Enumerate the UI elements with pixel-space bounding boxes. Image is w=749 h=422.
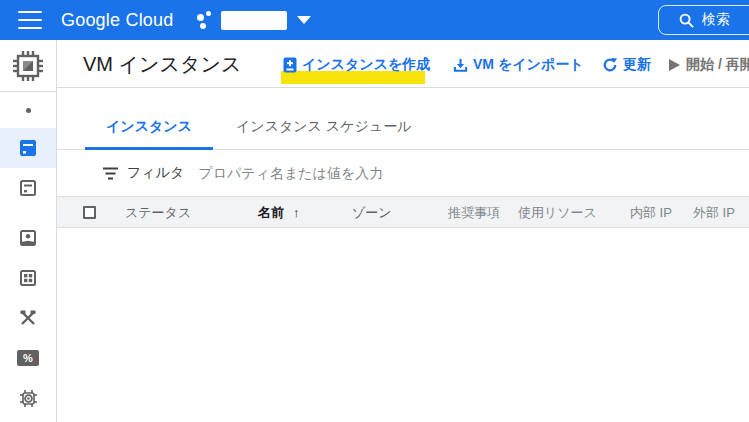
compute-engine-chip-icon — [12, 50, 44, 82]
filter-input[interactable] — [198, 165, 578, 181]
gcp-console-window: Google Cloud 検索 — [0, 0, 749, 422]
column-header-in-use-by[interactable]: 使用リソース — [518, 197, 597, 229]
start-resume-label: 開始 / 再開 — [686, 56, 749, 74]
chevron-down-icon[interactable] — [297, 16, 311, 24]
create-instance-button[interactable]: インスタンスを作成 — [283, 56, 430, 74]
sidebar: % — [0, 40, 57, 422]
tab-instance-schedules[interactable]: インスタンス スケジュール — [215, 118, 433, 150]
page-title: VM インスタンス — [83, 51, 241, 78]
sole-tenant-nodes-icon — [19, 309, 37, 327]
sidebar-item-instance-templates[interactable] — [0, 168, 56, 208]
tpu-icon — [19, 389, 38, 408]
column-header-external-ip[interactable]: 外部 IP — [693, 197, 735, 229]
machine-images-icon — [19, 269, 37, 287]
select-all-checkbox[interactable] — [83, 206, 96, 219]
import-vm-button[interactable]: VM をインポート — [453, 56, 584, 74]
table-body-empty — [57, 228, 749, 422]
tab-instances[interactable]: インスタンス — [85, 118, 213, 150]
refresh-label: 更新 — [623, 56, 651, 74]
start-resume-button[interactable]: 開始 / 再開 — [668, 56, 749, 74]
refresh-icon — [602, 57, 618, 73]
sidebar-item-machine-images[interactable] — [0, 258, 56, 298]
sidebar-item-committed-use-discounts[interactable]: % — [0, 338, 56, 378]
dot-icon — [26, 108, 31, 113]
column-header-zone[interactable]: ゾーン — [352, 197, 392, 229]
sort-ascending-icon: ↑ — [293, 205, 300, 220]
create-instance-label: インスタンスを作成 — [302, 56, 430, 74]
sidebar-item-vm-instances[interactable] — [0, 128, 56, 168]
tab-bar: インスタンス インスタンス スケジュール — [57, 88, 749, 150]
committed-use-discounts-icon: % — [17, 350, 39, 366]
project-selector-icon — [197, 10, 215, 30]
import-icon — [453, 58, 468, 73]
column-header-name[interactable]: 名前↑ — [258, 197, 300, 229]
menu-hamburger-icon[interactable] — [18, 11, 42, 29]
sidebar-item-overview[interactable] — [0, 92, 56, 128]
sidebar-item-tpus[interactable] — [0, 378, 56, 418]
project-name-redacted[interactable] — [221, 11, 287, 30]
top-app-bar: Google Cloud 検索 — [0, 0, 749, 40]
refresh-button[interactable]: 更新 — [602, 56, 651, 74]
create-instance-plus-icon — [283, 57, 297, 73]
column-header-recommendations[interactable]: 推奨事項 — [448, 197, 500, 229]
search-icon — [679, 13, 694, 28]
google-cloud-logo[interactable]: Google Cloud — [61, 10, 173, 31]
page-header: VM インスタンス インスタンスを作成 VM をインポート — [57, 40, 749, 88]
import-vm-label: VM をインポート — [473, 56, 584, 74]
column-header-internal-ip[interactable]: 内部 IP — [630, 197, 672, 229]
main-content: VM インスタンス インスタンスを作成 VM をインポート — [57, 40, 749, 422]
column-header-name-label: 名前 — [258, 205, 284, 220]
search-button[interactable]: 検索 — [658, 5, 749, 35]
filter-label[interactable]: フィルタ — [127, 164, 184, 182]
vm-instances-icon — [19, 139, 37, 157]
column-header-status[interactable]: ステータス — [125, 197, 191, 229]
search-button-label: 検索 — [702, 11, 730, 29]
play-icon — [668, 58, 681, 72]
sidebar-item-dedicated-vms[interactable] — [0, 218, 56, 258]
sidebar-item-sole-tenant-nodes[interactable] — [0, 298, 56, 338]
dedicated-vm-icon — [19, 229, 37, 247]
table-header-row: ステータス 名前↑ ゾーン 推奨事項 使用リソース 内部 IP 外部 IP — [57, 196, 749, 228]
filter-bar: フィルタ — [57, 150, 749, 196]
instance-templates-icon — [19, 179, 37, 197]
sidebar-product-header[interactable] — [0, 40, 56, 92]
filter-icon — [103, 167, 118, 180]
